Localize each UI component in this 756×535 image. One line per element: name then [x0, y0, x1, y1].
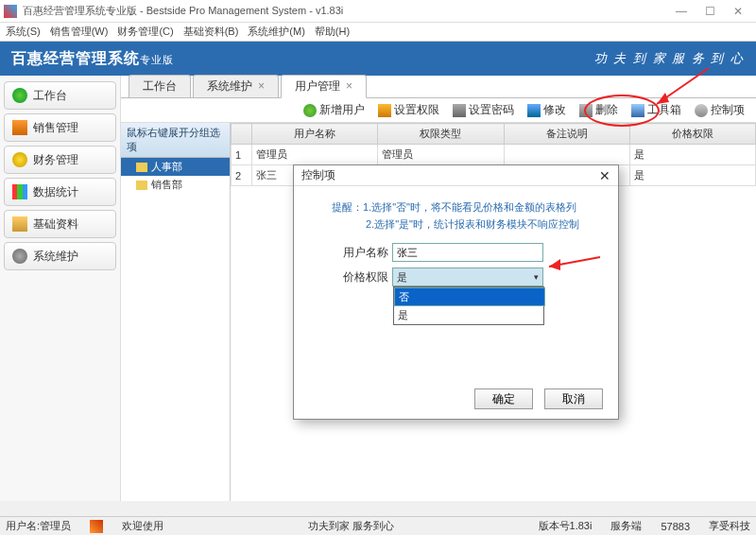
- key-icon: [378, 104, 391, 117]
- col-remark[interactable]: 备注说明: [504, 124, 629, 145]
- status-welcome: 欢迎使用: [122, 519, 163, 533]
- signal-icon: [90, 520, 103, 533]
- menu-system[interactable]: 系统(S): [6, 25, 41, 39]
- tab-label: 系统维护: [207, 79, 252, 93]
- folder-icon: [136, 181, 147, 190]
- tree: 鼠标右键展开分组选项 人事部 销售部: [121, 123, 231, 501]
- tb-set-perm[interactable]: 设置权限: [378, 102, 439, 118]
- tree-header: 鼠标右键展开分组选项: [121, 123, 230, 158]
- app-name-text: 百惠经营管理系统: [11, 50, 140, 66]
- status-user: 用户名:管理员: [6, 519, 71, 533]
- sidebar-item-sales[interactable]: 销售管理: [4, 113, 116, 142]
- cell: 2: [232, 165, 252, 186]
- maximize-button[interactable]: ☐: [696, 2, 724, 21]
- row-priceperm: 价格权限 是 ▾ 否 是: [294, 265, 618, 289]
- cell: 1: [232, 145, 252, 165]
- col-num: [232, 124, 252, 145]
- close-button[interactable]: ✕: [724, 2, 752, 21]
- tb-label: 设置密码: [469, 102, 514, 118]
- tb-label: 新增用户: [319, 102, 365, 118]
- menu-sales[interactable]: 销售管理(W): [50, 25, 109, 39]
- cancel-button[interactable]: 取消: [544, 388, 603, 409]
- sidebar-item-finance[interactable]: 财务管理: [4, 146, 116, 174]
- col-permtype[interactable]: 权限类型: [378, 124, 504, 145]
- lock-icon: [453, 104, 466, 117]
- sidebar-item-basic[interactable]: 基础资料: [4, 210, 116, 238]
- app-logo-icon: [4, 5, 17, 18]
- folder-icon: [12, 216, 27, 232]
- plus-icon: [303, 104, 317, 117]
- menu-help[interactable]: 帮助(H): [315, 25, 350, 39]
- cell: 管理员: [252, 145, 378, 165]
- grid-row[interactable]: 1 管理员 管理员 是: [232, 145, 756, 165]
- minimize-button[interactable]: —: [667, 2, 696, 21]
- sidebar-item-workbench[interactable]: 工作台: [4, 81, 116, 110]
- chevron-down-icon: ▾: [534, 272, 539, 282]
- hint-line: 提醒：1.选择"否"时，将不能看见价格和金额的表格列: [332, 199, 599, 216]
- tab-workbench[interactable]: 工作台: [129, 75, 191, 97]
- sidebar-item-label: 数据统计: [33, 184, 78, 200]
- tree-node-hr[interactable]: 人事部: [121, 158, 230, 176]
- sidebar-item-label: 工作台: [33, 88, 67, 104]
- tb-label: 设置权限: [394, 102, 439, 118]
- cell: [504, 145, 629, 165]
- tb-add-user[interactable]: 新增用户: [303, 102, 365, 118]
- sidebar-item-label: 系统维护: [33, 249, 78, 265]
- tb-label: 修改: [543, 102, 566, 118]
- gear-icon: [12, 249, 27, 264]
- col-username[interactable]: 用户名称: [252, 124, 378, 145]
- dropdown-option-no[interactable]: 否: [394, 287, 545, 306]
- status-tech: 享受科技: [709, 519, 750, 533]
- cell: 是: [629, 165, 755, 186]
- menu-basic[interactable]: 基础资料(B): [183, 25, 239, 39]
- check-icon: [12, 88, 27, 103]
- banner: 百惠经营管理系统专业版 功 夫 到 家 服 务 到 心: [0, 42, 756, 76]
- dialog-buttons: 确定 取消: [474, 388, 603, 409]
- sidebar-item-maintain[interactable]: 系统维护: [4, 242, 116, 270]
- coin-icon: [12, 152, 27, 167]
- tb-edit[interactable]: 修改: [527, 102, 566, 118]
- dropdown-priceperm: 否 是: [393, 286, 544, 325]
- tab-user-mgmt[interactable]: 用户管理×: [281, 75, 367, 98]
- menu-maintain[interactable]: 系统维护(M): [248, 25, 305, 39]
- status-server: 服务端: [610, 519, 642, 533]
- tab-close-icon[interactable]: ×: [258, 79, 265, 93]
- dialog-close-button[interactable]: ✕: [599, 168, 610, 183]
- row-username: 用户名称: [294, 240, 618, 265]
- tab-label: 用户管理: [295, 79, 340, 93]
- sidebar-item-label: 销售管理: [33, 120, 78, 136]
- toolbar: 新增用户 设置权限 设置密码 修改 删除 工具箱 控制项: [121, 98, 756, 123]
- folder-icon: [136, 163, 147, 172]
- cell: 管理员: [378, 145, 504, 165]
- sidebar: 工作台 销售管理 财务管理 数据统计 基础资料 系统维护: [0, 76, 121, 501]
- status-version: 版本号1.83i: [539, 519, 593, 533]
- chart-icon: [12, 184, 27, 199]
- tree-node-sales[interactable]: 销售部: [121, 176, 230, 194]
- dialog-title-bar: 控制项 ✕: [294, 165, 618, 186]
- tab-close-icon[interactable]: ×: [346, 79, 352, 93]
- col-priceperm[interactable]: 价格权限: [629, 124, 755, 145]
- annotation-circle: [584, 95, 660, 127]
- tab-label: 工作台: [143, 79, 177, 93]
- select-priceperm[interactable]: 是 ▾ 否 是: [392, 268, 543, 286]
- edit-icon: [527, 104, 541, 117]
- tab-bar: 工作台 系统维护× 用户管理×: [121, 76, 756, 98]
- tb-control[interactable]: 控制项: [695, 102, 745, 118]
- sidebar-item-stats[interactable]: 数据统计: [4, 178, 116, 206]
- tb-label: 控制项: [711, 102, 745, 118]
- status-port: 57883: [661, 521, 690, 532]
- house-icon: [12, 120, 27, 135]
- ok-button[interactable]: 确定: [474, 388, 533, 409]
- title-bar: 百惠经营管理系统专业版 - Bestside Pro Management Sy…: [0, 0, 756, 23]
- label-priceperm: 价格权限: [332, 269, 388, 285]
- dropdown-option-yes[interactable]: 是: [394, 306, 543, 324]
- dialog-title: 控制项: [301, 167, 335, 183]
- app-slogan: 功 夫 到 家 服 务 到 心: [594, 50, 745, 67]
- menu-bar: 系统(S) 销售管理(W) 财务管理(C) 基础资料(B) 系统维护(M) 帮助…: [0, 23, 756, 42]
- tab-maintain[interactable]: 系统维护×: [193, 75, 279, 97]
- tree-node-label: 人事部: [151, 160, 182, 174]
- tb-set-pwd[interactable]: 设置密码: [453, 102, 514, 118]
- app-name: 百惠经营管理系统专业版: [11, 49, 174, 69]
- menu-finance[interactable]: 财务管理(C): [117, 25, 173, 39]
- input-username[interactable]: [392, 243, 543, 262]
